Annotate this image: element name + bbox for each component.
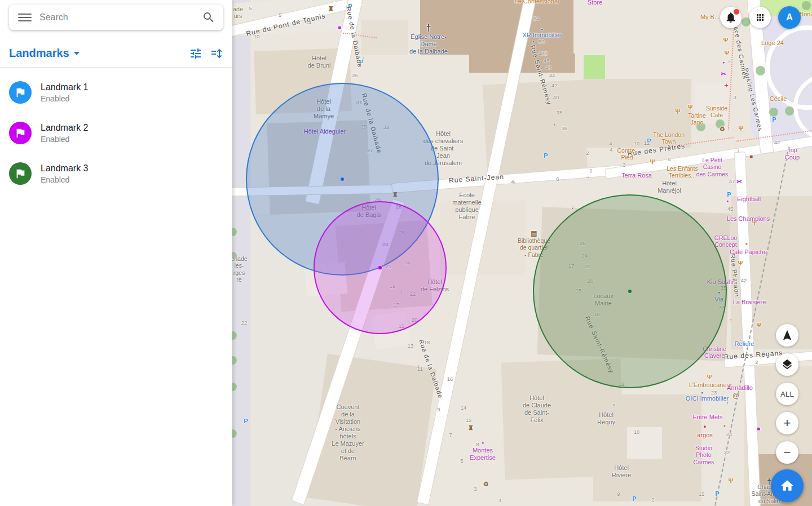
house-number: 3 <box>474 486 476 492</box>
home-button[interactable] <box>771 469 804 502</box>
hamburger-icon <box>18 14 32 15</box>
search-icon[interactable] <box>202 11 215 24</box>
poi-dot: ● <box>722 60 725 65</box>
layers-icon <box>781 358 793 371</box>
house-number: 31 <box>356 99 363 105</box>
filter-tune-button[interactable] <box>189 47 202 60</box>
poi-label: My B... <box>700 14 720 21</box>
scissors-icon: ✂ <box>721 70 726 78</box>
landmark-name: Landmark 2 <box>41 123 89 133</box>
notifications-button[interactable] <box>720 7 742 28</box>
compass-button[interactable] <box>776 324 798 347</box>
poi-label: Hôtel Marvéjol <box>657 180 681 194</box>
house-number: 25 <box>375 196 381 202</box>
landmark-3-icon <box>9 162 32 185</box>
city-gate-icon: ♜ <box>468 424 474 432</box>
zoom-out-button[interactable]: − <box>776 441 798 464</box>
chevron-down-icon[interactable] <box>74 52 80 55</box>
apps-grid-icon <box>755 12 765 23</box>
paw-icon: ● <box>703 424 706 430</box>
poi-label: Hôtel des chevaliers de Saint- Jean de J… <box>423 130 463 167</box>
recycling-icon: ♻ <box>483 481 489 488</box>
tree-marker <box>756 66 765 76</box>
all-filter-label: ALL <box>780 390 794 398</box>
avatar-letter: A <box>786 12 793 23</box>
restaurant-icon: Ψ <box>729 477 734 485</box>
park-area <box>584 55 605 80</box>
restaurant-icon: Ψ <box>725 50 730 57</box>
plus-icon: + <box>784 417 791 429</box>
notification-dot <box>734 9 739 15</box>
page-title[interactable]: Landmarks <box>9 47 69 60</box>
poi-dot: ● <box>482 441 484 445</box>
house-number: 5 <box>460 458 463 464</box>
landmark-row-3[interactable]: Landmark 3 Enabled <box>0 153 232 194</box>
building <box>537 207 731 361</box>
house-number: 18 <box>424 339 430 345</box>
search-input[interactable] <box>39 12 194 23</box>
house-number: 7 <box>727 58 730 64</box>
landmark-status: Enabled <box>41 175 89 184</box>
building <box>695 83 730 124</box>
apps-grid-button[interactable] <box>749 7 771 28</box>
building <box>361 20 408 55</box>
building <box>583 79 691 148</box>
home-icon <box>780 478 795 493</box>
building <box>304 262 348 297</box>
minus-icon: − <box>784 446 791 459</box>
landmarks-header: Landmarks <box>0 39 232 68</box>
house-number: 4 <box>498 497 501 503</box>
avatar[interactable]: A <box>778 6 801 29</box>
house-number: 12 <box>466 417 472 423</box>
building <box>627 427 662 459</box>
district-dotted-line <box>728 17 735 130</box>
landmark-2-icon <box>9 122 32 144</box>
flag-icon <box>14 86 27 99</box>
library-book-icon: ▤ <box>531 229 537 237</box>
landmark-status: Enabled <box>41 94 89 103</box>
house-number: 4 <box>610 147 612 153</box>
restaurant-icon: Ψ <box>739 125 744 132</box>
road-rue-saint-jean <box>232 184 399 196</box>
all-filter-button[interactable]: ALL <box>776 383 798 405</box>
poi-label: L'Emboucaneur <box>689 381 732 389</box>
map-canvas[interactable]: ††▤♜♜♜PPPPPPPPPΨΨΨΨΨΨΨΨΨΨΨ■■■+♻♻@♪✂✂●●●●… <box>232 0 812 506</box>
sort-button[interactable] <box>210 47 223 60</box>
house-number: 35 <box>352 72 358 78</box>
landmark-row-2[interactable]: Landmark 2 Enabled <box>0 113 232 153</box>
house-number: 3 <box>733 94 736 100</box>
house-number: 8 <box>476 441 479 447</box>
house-number: 32 <box>383 124 390 130</box>
zoom-in-button[interactable]: + <box>776 412 798 434</box>
landmark-name: Landmark 1 <box>41 82 89 92</box>
road-arrow: ↑ <box>726 400 729 407</box>
cafe-icon: ● <box>723 423 726 428</box>
sidebar: Landmarks Landmark 1 Enabled <box>0 0 232 506</box>
house-number: 14 <box>461 405 467 411</box>
poi-dot: ● <box>726 199 729 203</box>
road-rue-des-regans <box>724 351 812 368</box>
house-number: 7 <box>449 432 452 438</box>
menu-button[interactable] <box>18 11 32 24</box>
landmark-name: Landmark 3 <box>41 163 89 174</box>
house-number: 20 <box>412 317 418 323</box>
house-number: 47 <box>729 178 735 184</box>
tree-marker <box>802 1 811 10</box>
restaurant-icon: Ψ <box>707 374 712 381</box>
road-arrow: ↓ <box>361 55 365 63</box>
poi-label: Contre- Pied <box>617 147 637 161</box>
tree-marker <box>716 119 725 128</box>
house-number: 23 <box>711 389 717 396</box>
landmark-status: Enabled <box>41 135 89 144</box>
search-bar[interactable] <box>9 5 223 30</box>
flag-icon <box>14 167 27 180</box>
poi-label: Store <box>588 0 602 6</box>
building <box>371 311 411 349</box>
house-number: 44 <box>549 72 555 78</box>
restaurant-icon: Ψ <box>723 37 729 44</box>
bicycle-parking-icon: P <box>359 59 363 66</box>
layers-button[interactable] <box>776 353 798 376</box>
landmark-row-1[interactable]: Landmark 1 Enabled <box>0 72 232 113</box>
tree-marker <box>785 106 794 116</box>
tree-marker <box>769 108 778 117</box>
